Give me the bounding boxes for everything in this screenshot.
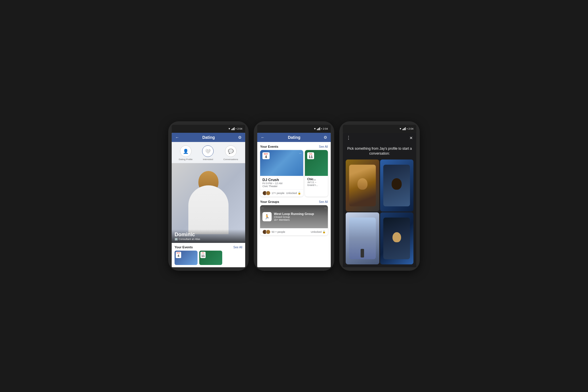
app-title-1: Dating	[202, 135, 215, 140]
profile-name: Dominic	[175, 232, 242, 238]
status-bar-3: ▼ ▪ 2:04	[343, 125, 416, 133]
conversations-nav[interactable]: 💬 Conversations	[223, 145, 238, 161]
event-card-header-1: ··· MAY 4	[260, 150, 303, 176]
event-info-2: Chic... Jul 11 – Grand I...	[305, 176, 328, 188]
event-time-2: Jul 11 –	[307, 181, 326, 184]
status-icons-2: ▼ ▪ 2:04	[314, 127, 328, 130]
unlock-status-1: Unlocked 🔓	[286, 192, 301, 195]
events-see-all-1[interactable]: See All	[233, 246, 242, 249]
phone-1: ▼ ▪ 2:04 ← Dating ⚙ 👤	[168, 121, 249, 271]
time-display-3: 2:04	[408, 127, 413, 130]
group-type-overlay: Closed Group	[274, 216, 314, 218]
more-options-event-1[interactable]: ···	[299, 152, 301, 155]
photo-cell-2[interactable]	[380, 160, 414, 212]
battery-icon-3: ▪	[407, 127, 407, 130]
photo-person-2	[380, 160, 414, 212]
settings-button-2[interactable]: ⚙	[324, 135, 327, 140]
profile-card[interactable]: Dominic 🏢 Consultant at Atlas	[172, 163, 245, 243]
avatar-2	[266, 191, 270, 195]
close-button-3[interactable]: ✕	[409, 136, 413, 140]
event-date-box-1: MAY 4	[262, 152, 270, 159]
phone2-app-bar: ← Dating ⚙	[257, 133, 331, 142]
groups-section: Your Groups See All ··· ··· 🏃	[260, 200, 328, 235]
dark-screen: ⋮ ✕ Pick something from Jay's profile to…	[343, 133, 416, 267]
groups-see-all[interactable]: See All	[319, 200, 328, 203]
event-card-dj-crush[interactable]: ··· MAY 4 DJ Crush Fri 9 PM – 12 AM	[260, 150, 303, 197]
phone-2: ▼ ▪ 2:04 ← Dating ⚙	[254, 121, 334, 271]
phone1-screen: ← Dating ⚙ 👤 Dating Profile 🤍 Interested…	[172, 133, 245, 267]
app-title-2: Dating	[288, 135, 301, 140]
group-footer: 50 + people Unlocked 🔓	[260, 228, 328, 235]
dating-profile-icon: 👤	[180, 145, 192, 157]
groups-section-title: Your Groups	[260, 200, 279, 203]
back-button-2[interactable]: ←	[261, 135, 265, 140]
phone3-app-bar: ⋮ ✕	[343, 133, 416, 143]
phone3-screen: ⋮ ✕ Pick something from Jay's profile to…	[343, 133, 416, 267]
events-section-title: Your Events	[260, 145, 278, 148]
running-icon: 🏃	[264, 214, 270, 220]
event-thumb-1[interactable]: MAY 4	[175, 251, 198, 265]
profile-info-overlay: Dominic 🏢 Consultant at Atlas	[172, 229, 245, 243]
photos-grid	[343, 160, 416, 267]
event-card-chic[interactable]: JUL 11 Chic... Jul 11 – Grand I...	[305, 150, 328, 197]
group-avatar-2	[266, 230, 270, 234]
more-button-3[interactable]: ⋮	[346, 135, 351, 141]
scroll-area: Your Events See All ··· MAY 4	[257, 142, 331, 267]
status-icons-3: ▼ ▪ 2:04	[399, 127, 413, 130]
phone1-app-bar: ← Dating ⚙	[172, 133, 245, 142]
dating-home: 👤 Dating Profile 🤍 Interested 💬 Conversa…	[172, 142, 245, 267]
event-info-1: DJ Crush Fri 9 PM – 12 AM Civic Theater	[260, 176, 303, 189]
time-display-2: 2:04	[323, 127, 328, 130]
group-members-overlay: 1k+ Members	[274, 218, 314, 221]
scene: ▼ ▪ 2:04 ← Dating ⚙ 👤	[163, 116, 425, 276]
conversation-prompt: Pick something from Jay's profile to sta…	[343, 143, 416, 160]
group-people-count: 50 + people	[262, 230, 285, 234]
events-see-all-2[interactable]: See All	[319, 145, 328, 148]
dating-nav-icons: 👤 Dating Profile 🤍 Interested 💬 Conversa…	[172, 142, 245, 163]
group-name-overlay: West Loop Running Group	[274, 212, 314, 216]
event-date-badge-1: MAY 4	[176, 252, 181, 258]
events-groups-screen: Your Events See All ··· MAY 4	[257, 142, 331, 267]
photo-cell-3[interactable]	[346, 212, 379, 264]
settings-button-1[interactable]: ⚙	[238, 135, 242, 140]
battery-icon-2: ▪	[321, 127, 322, 130]
home-events: Your Events See All MAY 4 JUL	[172, 243, 245, 267]
group-logo: 🏃	[262, 212, 272, 221]
event-venue-2: Grand I...	[307, 184, 326, 187]
dating-profile-nav[interactable]: 👤 Dating Profile	[179, 145, 193, 161]
event-venue-1: Civic Theater	[262, 185, 301, 188]
back-button-1[interactable]: ←	[175, 135, 179, 140]
group-card-header: ··· ··· 🏃 West Loop Running Group Closed…	[260, 205, 328, 228]
conversations-icon: 💬	[225, 145, 237, 157]
event-cards-row: ··· MAY 4 DJ Crush Fri 9 PM – 12 AM	[260, 150, 328, 197]
battery-icon: ▪	[235, 127, 236, 130]
interested-nav[interactable]: 🤍 Interested	[202, 145, 214, 161]
events-section: Your Events See All ··· MAY 4	[260, 145, 328, 197]
more-options-group-2[interactable]: ···	[324, 206, 327, 210]
events-title-1: Your Events	[175, 245, 193, 249]
status-icons-1: ▼ ▪ 2:04	[228, 127, 242, 130]
more-options-group-1[interactable]: ···	[261, 206, 264, 210]
lock-icon-group: 🔓	[322, 230, 326, 233]
lock-icon-1: 🔓	[298, 192, 301, 195]
photo-person-1	[346, 160, 379, 212]
event-date-badge-2: JUL 11	[200, 252, 206, 258]
profile-job: 🏢 Consultant at Atlas	[175, 238, 242, 241]
groups-section-header: Your Groups See All	[260, 200, 328, 203]
photo-cell-4[interactable]	[380, 212, 414, 264]
avatar-group-1	[262, 191, 270, 195]
photo-person-3	[346, 212, 379, 264]
events-section-header: Your Events See All	[260, 145, 328, 148]
group-unlock-status: Unlocked 🔓	[311, 230, 326, 233]
interested-icon: 🤍	[202, 145, 214, 157]
people-count-1: 17+ people	[262, 191, 285, 195]
status-bar-2: ▼ ▪ 2:04	[257, 125, 331, 133]
photo-person-4	[380, 212, 414, 264]
time-display-1: 2:04	[237, 127, 242, 130]
event-title-2: Chic...	[307, 178, 326, 181]
group-card-running[interactable]: ··· ··· 🏃 West Loop Running Group Closed…	[260, 205, 328, 235]
phone-3: ▼ ▪ 2:04 ⋮ ✕ Pick something from Jay's p…	[339, 121, 420, 271]
photo-cell-1[interactable]	[346, 160, 379, 212]
events-header-row: Your Events See All	[175, 245, 242, 249]
event-thumb-2[interactable]: JUL 11	[199, 251, 222, 265]
